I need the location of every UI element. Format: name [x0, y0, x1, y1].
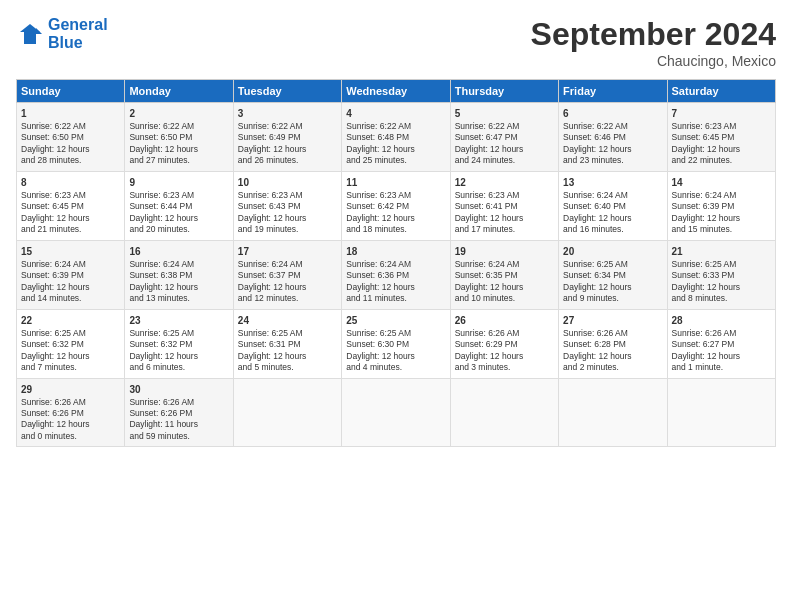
cell-line: Daylight: 12 hours — [21, 419, 120, 430]
cell-line: Daylight: 12 hours — [129, 144, 228, 155]
day-number: 26 — [455, 314, 554, 327]
cell-line: and 8 minutes. — [672, 293, 771, 304]
cell-line: and 21 minutes. — [21, 224, 120, 235]
cell-content: Sunrise: 6:23 AMSunset: 6:43 PMDaylight:… — [238, 190, 337, 236]
cell-line: Daylight: 12 hours — [238, 282, 337, 293]
cell-line: Daylight: 12 hours — [346, 144, 445, 155]
cell-line: Sunrise: 6:26 AM — [563, 328, 662, 339]
calendar-cell: 8Sunrise: 6:23 AMSunset: 6:45 PMDaylight… — [17, 171, 125, 240]
cell-line: Sunrise: 6:23 AM — [346, 190, 445, 201]
title-block: September 2024 Chaucingo, Mexico — [531, 16, 776, 69]
cell-line: and 14 minutes. — [21, 293, 120, 304]
cell-content: Sunrise: 6:26 AMSunset: 6:28 PMDaylight:… — [563, 328, 662, 374]
cell-line: Daylight: 12 hours — [455, 351, 554, 362]
cell-line: and 19 minutes. — [238, 224, 337, 235]
cell-line: Sunset: 6:49 PM — [238, 132, 337, 143]
cell-line: Sunset: 6:26 PM — [21, 408, 120, 419]
calendar-table: SundayMondayTuesdayWednesdayThursdayFrid… — [16, 79, 776, 447]
cell-line: Sunrise: 6:26 AM — [129, 397, 228, 408]
day-number: 20 — [563, 245, 662, 258]
cell-line: Sunset: 6:46 PM — [563, 132, 662, 143]
calendar-cell — [450, 378, 558, 447]
cell-line: and 17 minutes. — [455, 224, 554, 235]
cell-line: and 5 minutes. — [238, 362, 337, 373]
calendar-cell: 9Sunrise: 6:23 AMSunset: 6:44 PMDaylight… — [125, 171, 233, 240]
cell-line: Sunrise: 6:26 AM — [21, 397, 120, 408]
cell-content: Sunrise: 6:26 AMSunset: 6:26 PMDaylight:… — [21, 397, 120, 443]
calendar-cell: 13Sunrise: 6:24 AMSunset: 6:40 PMDayligh… — [559, 171, 667, 240]
day-number: 21 — [672, 245, 771, 258]
calendar-row: 15Sunrise: 6:24 AMSunset: 6:39 PMDayligh… — [17, 240, 776, 309]
day-number: 22 — [21, 314, 120, 327]
calendar-cell — [667, 378, 775, 447]
cell-line: Sunset: 6:32 PM — [129, 339, 228, 350]
cell-content: Sunrise: 6:25 AMSunset: 6:32 PMDaylight:… — [129, 328, 228, 374]
calendar-cell: 4Sunrise: 6:22 AMSunset: 6:48 PMDaylight… — [342, 103, 450, 172]
cell-line: and 13 minutes. — [129, 293, 228, 304]
cell-line: Daylight: 12 hours — [563, 144, 662, 155]
day-number: 12 — [455, 176, 554, 189]
cell-content: Sunrise: 6:22 AMSunset: 6:47 PMDaylight:… — [455, 121, 554, 167]
cell-content: Sunrise: 6:23 AMSunset: 6:44 PMDaylight:… — [129, 190, 228, 236]
cell-line: Sunrise: 6:22 AM — [563, 121, 662, 132]
header-cell-saturday: Saturday — [667, 80, 775, 103]
cell-line: Daylight: 12 hours — [563, 351, 662, 362]
cell-content: Sunrise: 6:23 AMSunset: 6:45 PMDaylight:… — [672, 121, 771, 167]
day-number: 8 — [21, 176, 120, 189]
cell-content: Sunrise: 6:22 AMSunset: 6:50 PMDaylight:… — [21, 121, 120, 167]
cell-line: and 6 minutes. — [129, 362, 228, 373]
calendar-cell: 22Sunrise: 6:25 AMSunset: 6:32 PMDayligh… — [17, 309, 125, 378]
cell-line: Sunrise: 6:24 AM — [238, 259, 337, 270]
cell-line: Sunrise: 6:23 AM — [672, 121, 771, 132]
cell-line: and 10 minutes. — [455, 293, 554, 304]
calendar-cell: 21Sunrise: 6:25 AMSunset: 6:33 PMDayligh… — [667, 240, 775, 309]
cell-line: Sunset: 6:30 PM — [346, 339, 445, 350]
calendar-cell: 7Sunrise: 6:23 AMSunset: 6:45 PMDaylight… — [667, 103, 775, 172]
cell-content: Sunrise: 6:24 AMSunset: 6:39 PMDaylight:… — [21, 259, 120, 305]
day-number: 28 — [672, 314, 771, 327]
header-cell-tuesday: Tuesday — [233, 80, 341, 103]
calendar-cell: 24Sunrise: 6:25 AMSunset: 6:31 PMDayligh… — [233, 309, 341, 378]
day-number: 3 — [238, 107, 337, 120]
calendar-cell: 26Sunrise: 6:26 AMSunset: 6:29 PMDayligh… — [450, 309, 558, 378]
cell-line: Daylight: 12 hours — [455, 213, 554, 224]
cell-line: Daylight: 12 hours — [346, 351, 445, 362]
calendar-row: 29Sunrise: 6:26 AMSunset: 6:26 PMDayligh… — [17, 378, 776, 447]
cell-line: Sunrise: 6:24 AM — [563, 190, 662, 201]
cell-line: Sunrise: 6:24 AM — [129, 259, 228, 270]
cell-line: Sunset: 6:50 PM — [129, 132, 228, 143]
day-number: 18 — [346, 245, 445, 258]
cell-content: Sunrise: 6:24 AMSunset: 6:37 PMDaylight:… — [238, 259, 337, 305]
cell-content: Sunrise: 6:23 AMSunset: 6:45 PMDaylight:… — [21, 190, 120, 236]
day-number: 4 — [346, 107, 445, 120]
calendar-cell: 12Sunrise: 6:23 AMSunset: 6:41 PMDayligh… — [450, 171, 558, 240]
page: General Blue September 2024 Chaucingo, M… — [0, 0, 792, 612]
cell-line: and 2 minutes. — [563, 362, 662, 373]
calendar-cell: 20Sunrise: 6:25 AMSunset: 6:34 PMDayligh… — [559, 240, 667, 309]
calendar-cell: 18Sunrise: 6:24 AMSunset: 6:36 PMDayligh… — [342, 240, 450, 309]
cell-line: Sunset: 6:27 PM — [672, 339, 771, 350]
cell-line: and 23 minutes. — [563, 155, 662, 166]
calendar-row: 22Sunrise: 6:25 AMSunset: 6:32 PMDayligh… — [17, 309, 776, 378]
cell-line: Daylight: 12 hours — [672, 351, 771, 362]
cell-line: Sunrise: 6:23 AM — [21, 190, 120, 201]
cell-line: Daylight: 12 hours — [238, 213, 337, 224]
cell-content: Sunrise: 6:24 AMSunset: 6:38 PMDaylight:… — [129, 259, 228, 305]
cell-line: Daylight: 12 hours — [21, 213, 120, 224]
calendar-cell: 14Sunrise: 6:24 AMSunset: 6:39 PMDayligh… — [667, 171, 775, 240]
cell-line: Sunset: 6:39 PM — [21, 270, 120, 281]
cell-content: Sunrise: 6:26 AMSunset: 6:27 PMDaylight:… — [672, 328, 771, 374]
cell-content: Sunrise: 6:24 AMSunset: 6:39 PMDaylight:… — [672, 190, 771, 236]
calendar-cell: 30Sunrise: 6:26 AMSunset: 6:26 PMDayligh… — [125, 378, 233, 447]
day-number: 24 — [238, 314, 337, 327]
cell-line: Sunset: 6:45 PM — [21, 201, 120, 212]
cell-content: Sunrise: 6:24 AMSunset: 6:40 PMDaylight:… — [563, 190, 662, 236]
cell-line: Sunset: 6:40 PM — [563, 201, 662, 212]
cell-line: and 12 minutes. — [238, 293, 337, 304]
cell-line: Sunset: 6:33 PM — [672, 270, 771, 281]
cell-line: Sunset: 6:43 PM — [238, 201, 337, 212]
cell-line: and 28 minutes. — [21, 155, 120, 166]
day-number: 7 — [672, 107, 771, 120]
cell-line: Sunrise: 6:25 AM — [563, 259, 662, 270]
cell-line: Sunset: 6:29 PM — [455, 339, 554, 350]
